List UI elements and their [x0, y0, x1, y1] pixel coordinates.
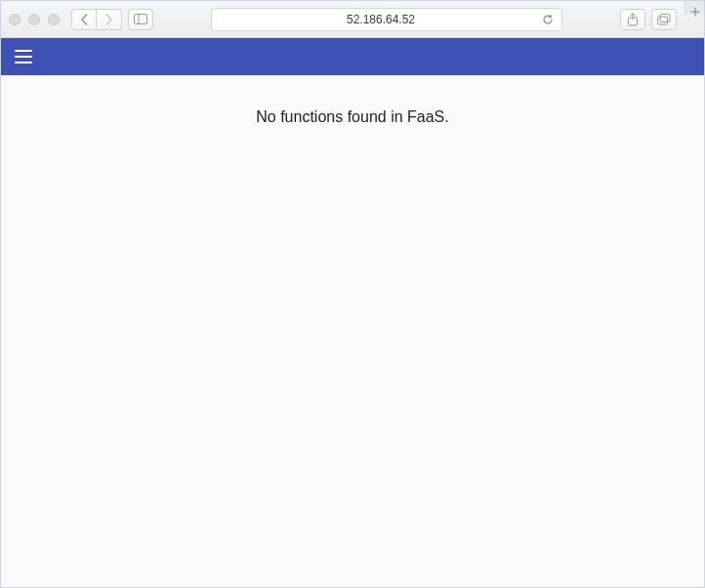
empty-state-message: No functions found in FaaS. [256, 108, 448, 587]
window-controls [9, 14, 60, 25]
reload-icon [542, 14, 554, 25]
address-text[interactable]: 52.186.64.52 [220, 13, 542, 26]
tabs-button[interactable] [651, 9, 677, 30]
nav-buttons [71, 9, 122, 30]
svg-rect-4 [658, 17, 668, 24]
svg-rect-0 [135, 15, 147, 24]
chevron-right-icon [104, 14, 113, 25]
close-window-button[interactable] [9, 14, 21, 25]
right-toolbar [620, 9, 677, 30]
hamburger-icon [15, 50, 32, 52]
forward-button[interactable] [97, 9, 122, 30]
share-button[interactable] [620, 9, 645, 30]
main-content: No functions found in FaaS. [1, 75, 704, 587]
reload-button[interactable] [542, 14, 554, 25]
plus-icon [690, 7, 700, 17]
maximize-window-button[interactable] [48, 14, 60, 25]
sidebar-toggle-button[interactable] [128, 9, 153, 30]
browser-toolbar: 52.186.64.52 [1, 1, 704, 38]
address-bar[interactable]: 52.186.64.52 [211, 8, 562, 31]
menu-button[interactable] [15, 45, 38, 68]
share-icon [627, 13, 639, 26]
tabs-icon [657, 14, 671, 25]
address-bar-container: 52.186.64.52 [159, 8, 614, 31]
sidebar-icon [134, 14, 147, 24]
new-tab-button[interactable] [684, 0, 704, 15]
minimize-window-button[interactable] [28, 14, 40, 25]
app-header [1, 38, 704, 75]
svg-rect-5 [660, 14, 670, 21]
chevron-left-icon [80, 14, 89, 25]
back-button[interactable] [71, 9, 97, 30]
